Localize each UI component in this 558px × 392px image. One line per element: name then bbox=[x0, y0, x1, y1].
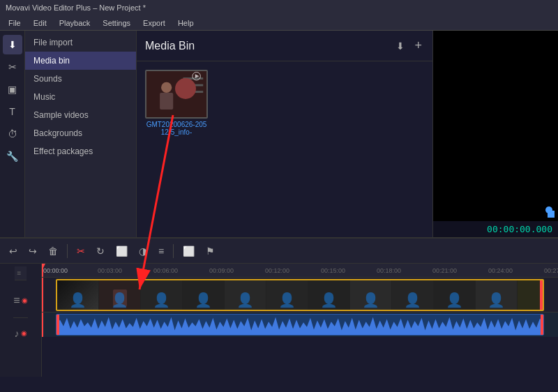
media-thumbnail[interactable]: GMT20200626-20512 5_info- bbox=[145, 70, 208, 136]
separator-2 bbox=[173, 244, 174, 258]
page-title: Media Bin bbox=[145, 40, 195, 52]
text-icon[interactable]: T bbox=[3, 102, 22, 121]
frame-7 bbox=[350, 280, 392, 310]
audio-playhead bbox=[42, 312, 43, 337]
scissors-icon[interactable]: ✂ bbox=[3, 57, 22, 77]
timeline-toolbar: ↩ ↪ 🗑 ✂ ↻ ⬜ ◑ ≡ ⬜ ⚑ bbox=[0, 239, 558, 264]
content-area: Media Bin ⬇ + bbox=[137, 31, 432, 237]
cut-button[interactable]: ✂ bbox=[73, 243, 89, 259]
align-button[interactable]: ≡ bbox=[155, 243, 167, 259]
waveform-svg bbox=[56, 315, 543, 335]
ruler-mark-0: 00:00:00 bbox=[43, 267, 68, 274]
color-button[interactable]: ◑ bbox=[135, 243, 151, 259]
audio-track bbox=[42, 312, 558, 337]
ruler-mark-5: 00:15:00 bbox=[321, 267, 345, 274]
undo-button[interactable]: ↩ bbox=[6, 243, 21, 259]
preview-blue-dot bbox=[545, 206, 552, 213]
redo-button[interactable]: ↪ bbox=[25, 243, 40, 259]
titlebar: Movavi Video Editor Plus – New Project * bbox=[0, 0, 558, 15]
track-area: 00:00:00 00:03:00 00:06:00 00:09:00 00:1… bbox=[42, 264, 558, 377]
ruler-playhead bbox=[42, 264, 43, 277]
import-icon[interactable]: ⬇ bbox=[3, 35, 22, 54]
ruler-mark-7: 00:21:00 bbox=[432, 267, 457, 274]
ruler-mark-2: 00:06:00 bbox=[153, 267, 178, 274]
sidebar-item-effect-packages[interactable]: Effect packages bbox=[25, 142, 136, 160]
zoom-icon[interactable]: ≡ bbox=[17, 269, 22, 277]
clock-icon[interactable]: ⏱ bbox=[3, 124, 22, 144]
menu-playback[interactable]: Playback bbox=[54, 17, 96, 29]
svg-rect-3 bbox=[160, 93, 173, 110]
menu-edit[interactable]: Edit bbox=[28, 17, 52, 29]
svg-rect-6 bbox=[183, 91, 204, 93]
ruler-marks: 00:00:00 00:03:00 00:06:00 00:09:00 00:1… bbox=[42, 264, 558, 277]
video-lock-icon: ◉ bbox=[22, 296, 28, 304]
ruler-mark-9: 00:27:00 bbox=[544, 267, 558, 274]
layers-icon[interactable]: ▣ bbox=[3, 80, 22, 99]
sidebar: File import Media bin Sounds Music Sampl… bbox=[25, 31, 137, 237]
sidebar-item-sounds[interactable]: Sounds bbox=[25, 70, 136, 88]
svg-rect-5 bbox=[183, 84, 204, 86]
preview-panel: 00:00:00.000 bbox=[432, 31, 558, 237]
menu-file[interactable]: File bbox=[3, 17, 27, 29]
ruler-mark-3: 00:09:00 bbox=[209, 267, 234, 274]
frame-1 bbox=[99, 280, 141, 310]
audio-lock-icon: ◉ bbox=[21, 329, 27, 337]
rotate-button[interactable]: ↻ bbox=[93, 243, 108, 259]
video-clip[interactable] bbox=[56, 279, 544, 311]
menu-settings[interactable]: Settings bbox=[97, 17, 136, 29]
timeline-area: ↩ ↪ 🗑 ✂ ↻ ⬜ ◑ ≡ ⬜ ⚑ ≡ ≡ ◉ ♪ ◉ bbox=[0, 237, 558, 377]
filter-button[interactable]: ⬇ bbox=[394, 38, 407, 54]
ruler-mark-1: 00:03:00 bbox=[98, 267, 122, 274]
separator-1 bbox=[67, 244, 68, 258]
crop-button[interactable]: ⬜ bbox=[112, 243, 131, 259]
tools-icon[interactable]: 🔧 bbox=[3, 146, 22, 166]
frame-2 bbox=[141, 280, 183, 310]
video-playhead bbox=[42, 278, 43, 312]
media-content: GMT20200626-20512 5_info- bbox=[137, 61, 432, 237]
menu-help[interactable]: Help bbox=[172, 17, 199, 29]
frame-4 bbox=[225, 280, 266, 310]
main-area: ⬇ ✂ ▣ T ⏱ 🔧 File import Media bin Sounds… bbox=[0, 31, 558, 237]
ruler-mark-4: 00:12:00 bbox=[265, 267, 289, 274]
preview-video bbox=[433, 31, 558, 221]
frame-5 bbox=[266, 280, 308, 310]
sidebar-item-backgrounds[interactable]: Backgrounds bbox=[25, 124, 136, 142]
video-track bbox=[42, 278, 558, 312]
timecode-display: 00:00:00.000 bbox=[433, 221, 558, 237]
audio-clip[interactable] bbox=[56, 314, 544, 336]
frame-0 bbox=[57, 280, 99, 310]
left-toolbar: ⬇ ✂ ▣ T ⏱ 🔧 bbox=[0, 31, 25, 237]
thumb-svg bbox=[146, 70, 206, 119]
content-header: Media Bin ⬇ + bbox=[137, 31, 432, 61]
sidebar-item-music[interactable]: Music bbox=[25, 88, 136, 106]
frame-9 bbox=[434, 280, 476, 310]
filmstrip bbox=[57, 280, 543, 310]
ruler-corner: ≡ bbox=[15, 266, 27, 280]
delete-button[interactable]: 🗑 bbox=[45, 243, 61, 259]
frame-3 bbox=[183, 280, 225, 310]
audio-track-label: ♪ ◉ bbox=[15, 321, 27, 345]
frame-6 bbox=[308, 280, 350, 310]
video-track-icon: ≡ bbox=[13, 294, 20, 307]
clip-end-marker bbox=[540, 280, 543, 310]
flag-button[interactable]: ⚑ bbox=[202, 243, 218, 259]
thumb-image bbox=[145, 70, 208, 119]
video-track-label: ≡ ◉ bbox=[13, 283, 27, 318]
sidebar-item-sample-videos[interactable]: Sample videos bbox=[25, 106, 136, 124]
audio-track-icon: ♪ bbox=[15, 328, 20, 339]
frame-8 bbox=[392, 280, 434, 310]
sidebar-item-file-import[interactable]: File import bbox=[25, 33, 136, 52]
timeline-ruler: 00:00:00 00:03:00 00:06:00 00:09:00 00:1… bbox=[42, 264, 558, 278]
media-item-label: GMT20200626-20512 5_info- bbox=[145, 121, 208, 136]
add-media-button[interactable]: + bbox=[412, 36, 424, 55]
frame-10 bbox=[476, 280, 518, 310]
audio-clip-start bbox=[56, 315, 59, 335]
header-actions: ⬇ + bbox=[394, 36, 424, 55]
svg-point-2 bbox=[161, 82, 172, 93]
menu-export[interactable]: Export bbox=[137, 17, 171, 29]
sidebar-item-media-bin[interactable]: Media bin bbox=[25, 52, 136, 70]
timeline-wrapper: ≡ ≡ ◉ ♪ ◉ 00:00:00 00:03:00 bbox=[0, 264, 558, 377]
ruler-mark-6: 00:18:00 bbox=[377, 267, 401, 274]
caption-button[interactable]: ⬜ bbox=[179, 243, 198, 259]
timeline-left-controls: ≡ ≡ ◉ ♪ ◉ bbox=[0, 264, 42, 377]
